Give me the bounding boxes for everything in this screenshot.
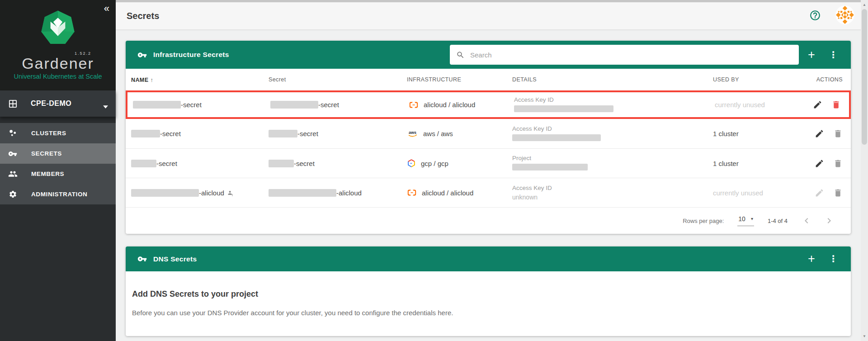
delete-icon[interactable] (833, 159, 843, 168)
secret-name-cell: -secret (133, 101, 270, 109)
used-by-cell: currently unused (713, 189, 803, 197)
sidebar-item-administration[interactable]: ADMINISTRATION (0, 184, 116, 204)
secret-ref-cell: -secret (269, 130, 407, 137)
collapse-sidebar-icon[interactable]: « (104, 4, 109, 14)
help-icon[interactable] (809, 9, 821, 21)
sidebar-item-label: ADMINISTRATION (31, 191, 87, 198)
redacted-value (131, 160, 156, 167)
chevron-right-icon[interactable] (824, 215, 835, 226)
details-cell: Access Key ID unknown (512, 185, 713, 201)
dns-empty-description: Before you can use your DNS Provider acc… (132, 309, 844, 317)
used-by-cell: currently unused (715, 101, 805, 109)
brand-tagline: Universal Kubernetes at Scale (0, 73, 116, 80)
kebab-menu-icon[interactable]: ⋮ (823, 249, 843, 269)
table-row: -secret -secret alicloud / alicloud Acce… (127, 92, 849, 117)
alicloud-icon (407, 188, 417, 198)
sidebar-item-label: MEMBERS (31, 170, 64, 177)
chevron-down-icon (103, 102, 108, 110)
delete-icon[interactable] (831, 100, 841, 109)
secret-ref-cell: -secret (270, 101, 409, 109)
gardener-logo (40, 10, 75, 45)
redacted-value (270, 101, 318, 109)
secret-name-cell: -secret (131, 160, 269, 167)
details-cell: Access Key ID (514, 96, 715, 114)
gcp-icon (407, 159, 416, 168)
infrastructure-secrets-card: Infrastructure Secrets + ⋮ NAME↑ Secret … (126, 41, 851, 234)
scrollbar[interactable]: ▲ ▼ (861, 0, 868, 341)
table-row: -secret -secret aws aws / aws Access Key… (126, 119, 851, 148)
kebab-menu-icon[interactable]: ⋮ (823, 45, 843, 65)
dns-secrets-card: DNS Secrets + ⋮ Add DNS Secrets to your … (126, 246, 851, 336)
chevron-left-icon[interactable] (801, 215, 812, 226)
key-icon (137, 254, 147, 264)
sidebar-nav: CLUSTERS SECRETS MEMBERS ADMINISTRATION (0, 123, 116, 204)
secret-ref-cell: -secret (269, 160, 407, 167)
search-icon (456, 51, 465, 59)
search-input[interactable] (470, 51, 793, 59)
rows-per-page-label: Rows per page: (683, 218, 724, 224)
details-cell: Access Key ID (512, 125, 713, 142)
actions-cell (803, 188, 843, 198)
rows-per-page-select[interactable]: 10 ▾ (737, 215, 754, 226)
redacted-value (269, 160, 294, 167)
scroll-down-icon[interactable]: ▼ (861, 334, 868, 338)
page-title: Secrets (127, 11, 159, 21)
avatar[interactable] (835, 5, 854, 24)
column-header-used-by: USED BY (713, 76, 803, 83)
alicloud-icon (409, 100, 419, 110)
infrastructure-cell: gcp / gcp (407, 159, 512, 168)
shared-icon (227, 189, 234, 196)
project-grid-icon (8, 99, 18, 109)
scroll-up-icon[interactable]: ▲ (861, 3, 868, 7)
infrastructure-cell: alicloud / alicloud (409, 100, 514, 110)
edit-icon[interactable] (815, 129, 824, 138)
infrastructure-cell: alicloud / alicloud (407, 188, 512, 198)
infrastructure-card-header: Infrastructure Secrets + ⋮ (126, 41, 851, 69)
aws-icon: aws (407, 129, 418, 139)
table-row: -alicloud -alicloud alicloud / alicloud … (126, 178, 851, 207)
edit-icon[interactable] (813, 100, 822, 109)
project-selector[interactable]: CPE-DEMO (0, 90, 116, 117)
main-area: Secrets (116, 0, 868, 341)
sidebar-item-label: SECRETS (31, 150, 62, 157)
used-by-cell: 1 cluster (713, 160, 803, 167)
delete-icon[interactable] (833, 188, 843, 198)
card-title: Infrastructure Secrets (153, 51, 229, 59)
redacted-value (131, 189, 199, 197)
card-title: DNS Secrets (153, 255, 197, 263)
edit-icon[interactable] (815, 159, 824, 168)
redacted-value (512, 134, 601, 141)
secret-name-cell: -alicloud (131, 189, 269, 197)
logo-section: « 1.52.2 Gardener Universal Kubernetes a… (0, 0, 116, 90)
scrollbar-thumb[interactable] (862, 9, 867, 145)
sidebar-item-label: CLUSTERS (31, 130, 66, 137)
add-secret-button[interactable]: + (802, 45, 821, 65)
sidebar-item-members[interactable]: MEMBERS (0, 164, 116, 184)
column-header-details: DETAILS (512, 76, 713, 83)
sidebar-item-secrets[interactable]: SECRETS (0, 143, 116, 164)
edit-icon[interactable] (815, 188, 824, 198)
redacted-value (133, 101, 181, 109)
window-top-edge (116, 0, 868, 2)
secret-name-cell: -secret (131, 130, 269, 137)
sidebar-item-clusters[interactable]: CLUSTERS (0, 123, 116, 143)
used-by-cell: 1 cluster (713, 130, 803, 137)
delete-icon[interactable] (833, 129, 843, 138)
redacted-value (269, 189, 336, 197)
redacted-value (514, 105, 613, 112)
dns-empty-heading: Add DNS Secrets to your project (132, 289, 844, 299)
column-header-secret[interactable]: Secret (269, 76, 407, 83)
column-header-name[interactable]: NAME↑ (131, 76, 269, 83)
brand-wordmark: Gardener (0, 55, 116, 72)
redacted-value (269, 130, 297, 137)
add-dns-secret-button[interactable]: + (802, 249, 821, 269)
redacted-value (131, 130, 160, 137)
dropdown-arrow-icon: ▾ (751, 216, 753, 221)
gear-icon (7, 190, 18, 199)
svg-text:aws: aws (409, 130, 416, 135)
dns-card-header: DNS Secrets + ⋮ (126, 246, 851, 271)
table-row: -secret -secret gcp / gcp Pro (126, 148, 851, 178)
dns-card-body: Add DNS Secrets to your project Before y… (126, 271, 851, 317)
members-icon (7, 169, 18, 179)
column-header-infrastructure[interactable]: INFRASTRUCTURE (407, 76, 512, 83)
